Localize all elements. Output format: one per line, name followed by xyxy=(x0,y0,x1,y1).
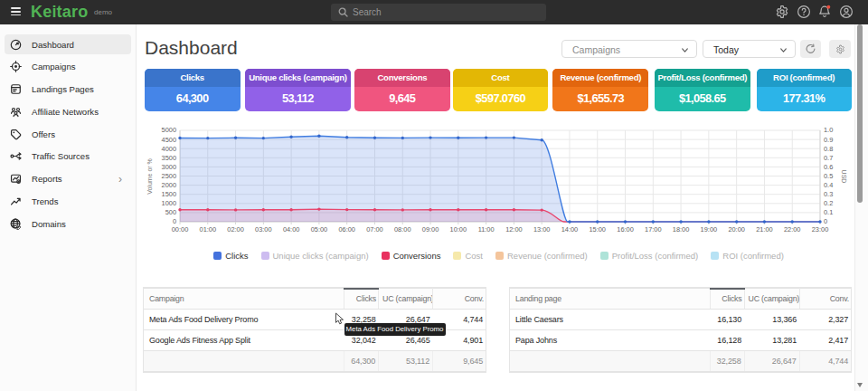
svg-text:4500: 4500 xyxy=(162,136,176,144)
svg-text:2500: 2500 xyxy=(162,172,176,180)
svg-text:22:00: 22:00 xyxy=(784,225,801,234)
svg-text:21:00: 21:00 xyxy=(756,225,773,234)
svg-text:09:00: 09:00 xyxy=(422,225,439,234)
svg-text:2000: 2000 xyxy=(162,181,176,189)
svg-text:05:00: 05:00 xyxy=(311,225,328,234)
svg-text:03:00: 03:00 xyxy=(255,225,272,234)
svg-text:16:00: 16:00 xyxy=(617,225,634,234)
svg-text:12:00: 12:00 xyxy=(505,225,523,234)
svg-text:Volume or %: Volume or % xyxy=(146,158,153,195)
svg-text:00:00: 00:00 xyxy=(172,225,189,234)
svg-text:01:00: 01:00 xyxy=(200,225,217,234)
svg-text:10:00: 10:00 xyxy=(450,225,467,234)
svg-text:14:00: 14:00 xyxy=(561,225,579,234)
svg-text:0.3: 0.3 xyxy=(824,190,833,198)
svg-text:0.4: 0.4 xyxy=(824,181,833,189)
svg-text:0.5: 0.5 xyxy=(824,172,833,180)
svg-text:500: 500 xyxy=(165,208,176,216)
svg-text:0.9: 0.9 xyxy=(824,136,833,144)
svg-text:1.0: 1.0 xyxy=(824,126,833,134)
svg-text:15:00: 15:00 xyxy=(589,225,606,234)
svg-text:0.2: 0.2 xyxy=(824,199,833,207)
svg-text:18:00: 18:00 xyxy=(673,225,690,234)
svg-text:20:00: 20:00 xyxy=(728,225,745,234)
svg-text:02:00: 02:00 xyxy=(227,225,244,234)
svg-text:13:00: 13:00 xyxy=(533,225,551,234)
svg-text:1000: 1000 xyxy=(162,199,176,207)
svg-text:23:00: 23:00 xyxy=(812,225,829,234)
svg-text:19:00: 19:00 xyxy=(701,225,718,234)
svg-text:11:00: 11:00 xyxy=(478,225,495,234)
svg-text:0.1: 0.1 xyxy=(824,208,833,216)
svg-text:0.6: 0.6 xyxy=(824,163,833,171)
svg-text:USD: USD xyxy=(841,170,847,184)
svg-text:04:00: 04:00 xyxy=(283,225,300,234)
svg-text:1500: 1500 xyxy=(162,190,176,198)
svg-text:4000: 4000 xyxy=(162,145,176,153)
svg-text:0.8: 0.8 xyxy=(824,145,833,153)
svg-text:3500: 3500 xyxy=(162,154,176,162)
svg-text:5000: 5000 xyxy=(162,126,176,134)
svg-text:3000: 3000 xyxy=(162,163,176,171)
svg-text:17:00: 17:00 xyxy=(645,225,662,234)
svg-text:0.7: 0.7 xyxy=(824,154,833,162)
svg-text:06:00: 06:00 xyxy=(338,225,355,234)
svg-text:08:00: 08:00 xyxy=(394,225,411,234)
svg-text:07:00: 07:00 xyxy=(366,225,383,234)
